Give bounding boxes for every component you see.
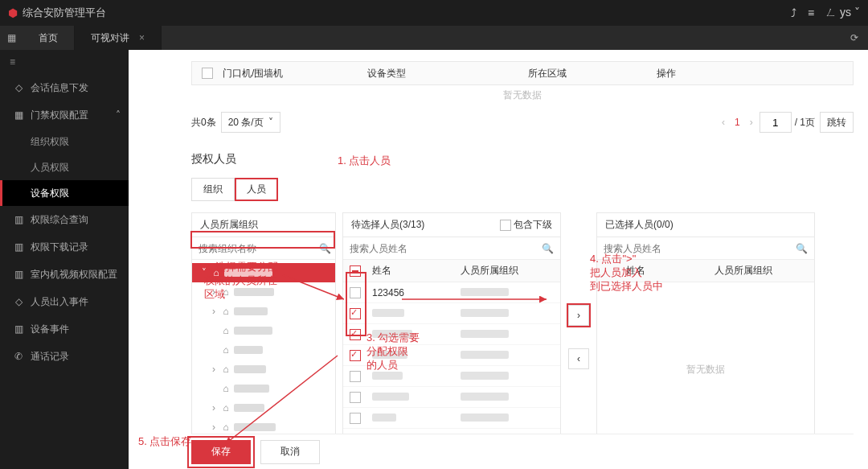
sidebar-call-log[interactable]: ✆通话记录: [0, 343, 129, 370]
sidebar-collapse-icon[interactable]: ≡: [0, 50, 129, 74]
table-row[interactable]: [343, 366, 560, 387]
checkbox-all[interactable]: [202, 68, 213, 79]
panel3-empty: 暂无数据: [597, 363, 814, 376]
tree-node[interactable]: ›⌂: [192, 398, 335, 418]
sidebar-sub-org-perm[interactable]: 组织权限: [0, 129, 129, 154]
tab-home[interactable]: 首页: [23, 26, 75, 50]
subtab-person[interactable]: 人员: [235, 178, 278, 201]
panel2-search[interactable]: [350, 243, 542, 254]
sidebar-download-log[interactable]: ▥权限下载记录: [0, 233, 129, 261]
tab-bar: ▦ 首页 可视对讲× ⟳: [0, 26, 868, 50]
panel-org-tree: 人员所属组织 🔍 ˅⌂ ›⌂ ›⌂ ⌂ ⌂ ›⌂ ⌂ ›⌂ ›⌂ ⌂ ⌂: [191, 212, 336, 462]
search-icon[interactable]: 🔍: [319, 243, 331, 254]
device-table-header: 门口机/围墙机 设备类型 所在区域 操作: [191, 61, 854, 85]
tab-visual-intercom[interactable]: 可视对讲×: [75, 26, 162, 50]
save-button[interactable]: 保存: [191, 440, 251, 464]
footer: 保存 取消: [191, 434, 854, 469]
tree-node-root[interactable]: ˅⌂: [192, 263, 335, 282]
panel2-title: 待选择人员(3/13): [351, 218, 424, 232]
col-area: 所在区域: [522, 67, 650, 80]
move-left-button[interactable]: ‹: [568, 348, 589, 369]
col-name: 姓名: [367, 264, 456, 278]
chevron-up-icon: ˄: [116, 109, 121, 121]
sidebar: ≡ ◇会话信息下发 ▦门禁权限配置˄ 组织权限 人员权限 设备权限 ▥权限综合查…: [0, 50, 129, 469]
sidebar-perm-query[interactable]: ▥权限综合查询: [0, 206, 129, 233]
table-row[interactable]: [343, 345, 560, 366]
top-bar: ⬢ 综合安防管理平台 ⤴ ≡ ㄥ ys ˅: [0, 0, 868, 26]
search-icon[interactable]: 🔍: [542, 243, 554, 254]
tree-node[interactable]: ⌂: [192, 379, 335, 398]
export-icon[interactable]: ⤴: [791, 6, 796, 19]
include-sub-checkbox[interactable]: [500, 220, 511, 231]
panel3-title: 已选择人员(0/0): [605, 218, 674, 232]
panel1-search[interactable]: [199, 243, 319, 254]
col-name: 姓名: [621, 264, 710, 278]
col-org: 人员所属组织: [710, 264, 814, 278]
pager-pages: / 1页: [795, 116, 815, 130]
tree-node[interactable]: ›⌂: [192, 282, 335, 302]
sidebar-device-event[interactable]: ▥设备事件: [0, 315, 129, 343]
table-row[interactable]: 123456: [343, 282, 560, 303]
panel-candidates: 待选择人员(3/13) 包含下级 🔍 姓名 人员所属组织 123456: [342, 212, 561, 462]
col-org: 人员所属组织: [456, 264, 560, 278]
sidebar-access-perm[interactable]: ▦门禁权限配置˄: [0, 101, 129, 129]
sidebar-session[interactable]: ◇会话信息下发: [0, 74, 129, 101]
pager-total: 共0条: [191, 116, 216, 130]
panel-selected: 已选择人员(0/0) 🔍 姓名 人员所属组织 暂无数据: [596, 212, 815, 462]
table-row[interactable]: [343, 408, 560, 429]
pager-jump-button[interactable]: 跳转: [820, 112, 854, 133]
sidebar-sub-person-perm[interactable]: 人员权限: [0, 154, 129, 180]
sidebar-indoor-video[interactable]: ▥室内机视频权限配置: [0, 261, 129, 288]
user-icon[interactable]: ㄥ ys ˅: [825, 6, 860, 20]
pager: 共0条 20 条/页 ˅ ‹ 1 › / 1页 跳转: [191, 112, 854, 133]
table-row[interactable]: [343, 324, 560, 345]
table-row[interactable]: [343, 303, 560, 324]
search-icon[interactable]: 🔍: [796, 243, 808, 254]
panel3-search[interactable]: [604, 243, 796, 254]
tree-node[interactable]: ›⌂: [192, 360, 335, 379]
app-logo-icon: ⬢: [8, 6, 18, 19]
pager-goto-input[interactable]: [760, 112, 792, 133]
pager-current[interactable]: 1: [735, 117, 740, 128]
tree-node[interactable]: ⌂: [192, 340, 335, 360]
apps-icon[interactable]: ▦: [0, 26, 23, 50]
sidebar-person-event[interactable]: ◇人员出入事件: [0, 288, 129, 315]
checkbox-all-candidates[interactable]: [350, 265, 361, 277]
pager-next[interactable]: ›: [750, 117, 753, 128]
menu-icon[interactable]: ≡: [808, 6, 814, 19]
sidebar-sub-device-perm[interactable]: 设备权限: [0, 180, 129, 206]
panel1-title: 人员所属组织: [200, 218, 258, 232]
col-op: 操作: [650, 67, 853, 80]
close-icon[interactable]: ×: [139, 32, 145, 43]
table-row[interactable]: [343, 387, 560, 408]
refresh-icon[interactable]: ⟳: [841, 26, 868, 50]
content-area: 门口机/围墙机 设备类型 所在区域 操作 暂无数据 共0条 20 条/页 ˅ ‹…: [129, 50, 868, 469]
section-title: 授权人员: [191, 152, 854, 167]
pager-pagesize[interactable]: 20 条/页 ˅: [221, 112, 281, 133]
move-right-button[interactable]: ›: [568, 305, 589, 326]
col-type: 设备类型: [361, 67, 522, 80]
include-sub-label: 包含下级: [514, 218, 552, 232]
col-device: 门口机/围墙机: [216, 67, 361, 80]
app-title: 综合安防管理平台: [23, 6, 106, 20]
cancel-button[interactable]: 取消: [260, 440, 320, 464]
pager-prev[interactable]: ‹: [722, 117, 725, 128]
tree-node[interactable]: ›⌂: [192, 302, 335, 321]
device-table-empty: 暂无数据: [191, 85, 854, 109]
tree-node[interactable]: ⌂: [192, 321, 335, 340]
subtab-org[interactable]: 组织: [191, 178, 235, 201]
